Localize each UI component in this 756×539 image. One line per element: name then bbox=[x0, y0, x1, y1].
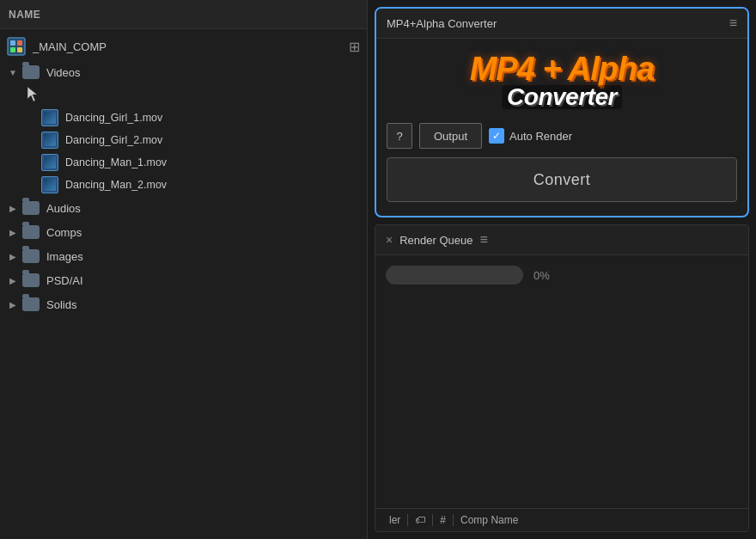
folder-videos[interactable]: ▼ Videos bbox=[0, 60, 367, 84]
chevron-right-icon: ▶ bbox=[7, 250, 19, 262]
logo-container: MP4 + Alpha Converter bbox=[387, 52, 737, 109]
folder-comps[interactable]: ▶ Comps bbox=[0, 220, 367, 244]
folder-images[interactable]: ▶ Images bbox=[0, 244, 367, 268]
svg-rect-2 bbox=[17, 40, 22, 46]
file-thumb bbox=[41, 176, 58, 193]
folder-icon bbox=[22, 201, 40, 215]
svg-marker-5 bbox=[27, 87, 37, 101]
progress-row: 0% bbox=[386, 266, 738, 285]
chevron-down-icon: ▼ bbox=[7, 66, 19, 78]
rq-col-tag: 🏷 bbox=[408, 514, 433, 526]
logo-text-main: MP4 + Alpha bbox=[470, 52, 655, 85]
left-panel: Name _MAIN_COMP ⊞ ▼ Videos bbox=[0, 0, 368, 539]
folder-psdai[interactable]: ▶ PSD/AI bbox=[0, 268, 367, 292]
file-thumb bbox=[41, 132, 58, 149]
chevron-right-icon: ▶ bbox=[7, 226, 19, 238]
controls-row: ? Output ✓ Auto Render bbox=[387, 123, 737, 149]
folder-audios[interactable]: ▶ Audios bbox=[0, 196, 367, 220]
auto-render-text: Auto Render bbox=[509, 130, 572, 143]
chevron-right-icon: ▶ bbox=[7, 274, 19, 286]
main-comp-row[interactable]: _MAIN_COMP ⊞ bbox=[0, 33, 367, 60]
file-label-dancing-man-2: Dancing_Man_2.mov bbox=[65, 179, 167, 191]
folder-label-comps: Comps bbox=[46, 226, 82, 239]
folder-icon bbox=[22, 249, 40, 263]
file-dancing-man-2[interactable]: Dancing_Man_2.mov bbox=[0, 174, 367, 196]
render-queue-close-button[interactable]: × bbox=[386, 233, 393, 247]
svg-rect-0 bbox=[8, 38, 25, 55]
help-button[interactable]: ? bbox=[387, 123, 412, 149]
auto-render-checkbox[interactable]: ✓ bbox=[489, 128, 504, 144]
plugin-panel-header: MP4+Alpha Converter ≡ bbox=[376, 9, 747, 39]
panel-header: Name bbox=[0, 0, 367, 29]
file-tree: _MAIN_COMP ⊞ ▼ Videos Dancing_Girl_1.mo bbox=[0, 29, 367, 539]
file-dancing-girl-2[interactable]: Dancing_Girl_2.mov bbox=[0, 129, 367, 151]
folder-solids[interactable]: ▶ Solids bbox=[0, 292, 367, 316]
folder-label-solids: Solids bbox=[46, 298, 76, 311]
svg-rect-3 bbox=[10, 47, 15, 52]
svg-rect-1 bbox=[10, 40, 15, 46]
folder-icon bbox=[22, 297, 40, 311]
render-queue-panel: × Render Queue ≡ 0% ler 🏷 # Comp Name bbox=[375, 224, 749, 532]
plugin-panel: MP4+Alpha Converter ≡ MP4 + Alpha Conver… bbox=[375, 7, 749, 217]
render-queue-footer: ler 🏷 # Comp Name bbox=[375, 508, 748, 531]
plugin-menu-icon[interactable]: ≡ bbox=[729, 15, 737, 31]
convert-button[interactable]: Convert bbox=[387, 157, 737, 202]
folder-label-images: Images bbox=[46, 250, 83, 263]
file-dancing-girl-1[interactable]: Dancing_Girl_1.mov bbox=[0, 107, 367, 129]
render-queue-title: Render Queue bbox=[399, 234, 472, 247]
file-label-dancing-girl-1: Dancing_Girl_1.mov bbox=[65, 112, 162, 124]
folder-label-audios: Audios bbox=[46, 202, 81, 215]
right-panel: MP4+Alpha Converter ≡ MP4 + Alpha Conver… bbox=[368, 0, 756, 539]
svg-rect-4 bbox=[17, 47, 22, 52]
cursor-indicator bbox=[27, 87, 41, 104]
name-column-header: Name bbox=[9, 9, 40, 21]
main-comp-label: _MAIN_COMP bbox=[33, 40, 349, 53]
chevron-right-icon: ▶ bbox=[7, 298, 19, 310]
rq-col-comp-name: Comp Name bbox=[454, 514, 525, 526]
logo-text-sub: Converter bbox=[502, 85, 622, 109]
file-thumb bbox=[41, 109, 58, 126]
progress-pct: 0% bbox=[533, 269, 550, 282]
file-label-dancing-man-1: Dancing_Man_1.mov bbox=[65, 156, 167, 168]
progress-bar-container bbox=[386, 266, 523, 285]
chevron-right-icon: ▶ bbox=[7, 202, 19, 214]
render-queue-header: × Render Queue ≡ bbox=[375, 225, 748, 255]
network-icon: ⊞ bbox=[349, 39, 360, 55]
folder-label-videos: Videos bbox=[46, 66, 81, 79]
file-thumb bbox=[41, 154, 58, 171]
main-comp-icon bbox=[7, 37, 26, 56]
file-dancing-man-1[interactable]: Dancing_Man_1.mov bbox=[0, 151, 367, 174]
plugin-title: MP4+Alpha Converter bbox=[387, 17, 497, 30]
render-queue-body: 0% bbox=[375, 255, 748, 508]
plugin-body: MP4 + Alpha Converter ? Output ✓ Auto Re… bbox=[376, 39, 747, 216]
rq-col-render: ler bbox=[382, 514, 408, 526]
file-label-dancing-girl-2: Dancing_Girl_2.mov bbox=[65, 134, 162, 146]
folder-label-psdai: PSD/AI bbox=[46, 274, 83, 287]
output-button[interactable]: Output bbox=[419, 123, 482, 149]
folder-icon bbox=[22, 273, 40, 287]
render-queue-menu-icon[interactable]: ≡ bbox=[479, 232, 487, 248]
rq-col-number: # bbox=[433, 514, 454, 526]
folder-icon bbox=[22, 225, 40, 239]
folder-icon bbox=[22, 65, 40, 79]
auto-render-label[interactable]: ✓ Auto Render bbox=[489, 128, 572, 144]
